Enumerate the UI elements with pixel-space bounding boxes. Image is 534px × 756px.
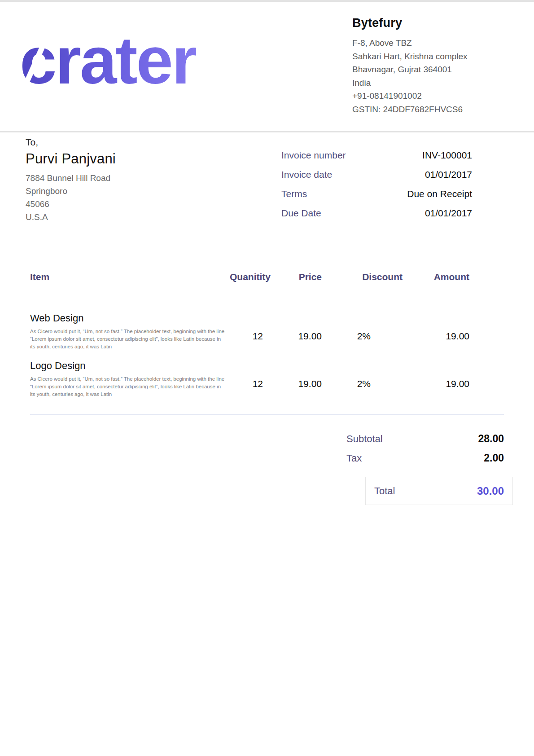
item-amount: 19.00 <box>403 312 469 351</box>
item-description: As Cicero would put it, “Um, not so fast… <box>30 375 226 398</box>
row-spacer <box>469 360 504 398</box>
table-row: Web Design As Cicero would put it, “Um, … <box>30 312 504 351</box>
bill-to-label: To, <box>26 137 214 148</box>
invoice-meta-section: Invoice number INV-100001 Invoice date 0… <box>281 150 472 227</box>
header-divider <box>0 131 534 132</box>
items-table: Item Quanitity Price Discount Amount Web… <box>30 272 504 415</box>
tax-value: 2.00 <box>484 452 504 464</box>
item-quantity: 12 <box>230 312 267 351</box>
due-date-value: 01/01/2017 <box>425 208 472 219</box>
invoice-document: crater Bytefury F-8, Above TBZ Sahkari H… <box>0 0 534 756</box>
invoice-number-row: Invoice number INV-100001 <box>281 150 472 164</box>
item-amount: 19.00 <box>403 360 469 398</box>
bill-to-section: To, Purvi Panjvani 7884 Bunnel Hill Road… <box>26 137 214 224</box>
company-address-line: F-8, Above TBZ <box>352 36 518 50</box>
crater-logo: crater <box>20 27 226 94</box>
item-quantity: 12 <box>230 360 267 398</box>
column-header-spacer <box>469 272 504 282</box>
terms-value: Due on Receipt <box>407 189 472 199</box>
invoice-date-value: 01/01/2017 <box>425 169 472 180</box>
customer-address-line: Springboro <box>26 185 214 198</box>
company-gstin: GSTIN: 24DDF7682FHVCS6 <box>352 103 518 116</box>
item-name: Logo Design <box>30 360 230 372</box>
column-header-discount: Discount <box>322 272 403 282</box>
customer-address-line: 45066 <box>26 198 214 211</box>
item-description: As Cicero would put it, “Um, not so fast… <box>30 328 226 351</box>
item-price: 19.00 <box>267 360 322 398</box>
due-date-label: Due Date <box>281 208 321 219</box>
row-spacer <box>469 312 504 351</box>
subtotal-value: 28.00 <box>478 433 504 445</box>
due-date-row: Due Date 01/01/2017 <box>281 208 472 222</box>
grand-total-value: 30.00 <box>477 485 504 497</box>
company-address-line: Sahkari Hart, Krishna complex <box>352 50 518 63</box>
customer-address: 7884 Bunnel Hill Road Springboro 45066 U… <box>26 171 214 224</box>
company-info: Bytefury F-8, Above TBZ Sahkari Hart, Kr… <box>352 16 518 116</box>
invoice-number-label: Invoice number <box>281 150 346 161</box>
terms-label: Terms <box>281 189 307 199</box>
table-row: Logo Design As Cicero would put it, “Um,… <box>30 360 504 398</box>
grand-total-label: Total <box>374 485 395 497</box>
top-border <box>0 0 534 2</box>
company-phone: +91-08141901002 <box>352 89 518 103</box>
item-price: 19.00 <box>267 312 322 351</box>
company-address: F-8, Above TBZ Sahkari Hart, Krishna com… <box>352 36 518 116</box>
column-header-price: Price <box>267 272 322 282</box>
column-header-item: Item <box>30 272 230 282</box>
item-discount: 2% <box>322 312 403 351</box>
customer-address-line: U.S.A <box>26 211 214 224</box>
invoice-date-label: Invoice date <box>281 169 332 180</box>
column-header-quantity: Quanitity <box>230 272 267 282</box>
invoice-date-row: Invoice date 01/01/2017 <box>281 169 472 183</box>
subtotal-label: Subtotal <box>346 433 383 445</box>
company-name: Bytefury <box>352 16 518 30</box>
tax-row: Tax 2.00 <box>346 452 504 466</box>
totals-section: Subtotal 28.00 Tax 2.00 <box>346 433 504 471</box>
items-table-header: Item Quanitity Price Discount Amount <box>30 272 504 282</box>
item-cell: Logo Design As Cicero would put it, “Um,… <box>30 360 230 398</box>
subtotal-row: Subtotal 28.00 <box>346 433 504 447</box>
invoice-number-value: INV-100001 <box>422 150 472 161</box>
tax-label: Tax <box>346 453 362 464</box>
grand-total-box: Total 30.00 <box>365 477 513 505</box>
table-bottom-divider <box>30 414 504 415</box>
customer-name: Purvi Panjvani <box>26 151 214 167</box>
column-header-amount: Amount <box>403 272 469 282</box>
company-address-line: Bhavnagar, Gujrat 364001 <box>352 63 518 76</box>
company-address-line: India <box>352 76 518 90</box>
item-name: Web Design <box>30 312 230 325</box>
item-cell: Web Design As Cicero would put it, “Um, … <box>30 312 230 351</box>
terms-row: Terms Due on Receipt <box>281 189 472 202</box>
customer-address-line: 7884 Bunnel Hill Road <box>26 171 214 185</box>
item-discount: 2% <box>322 360 403 398</box>
